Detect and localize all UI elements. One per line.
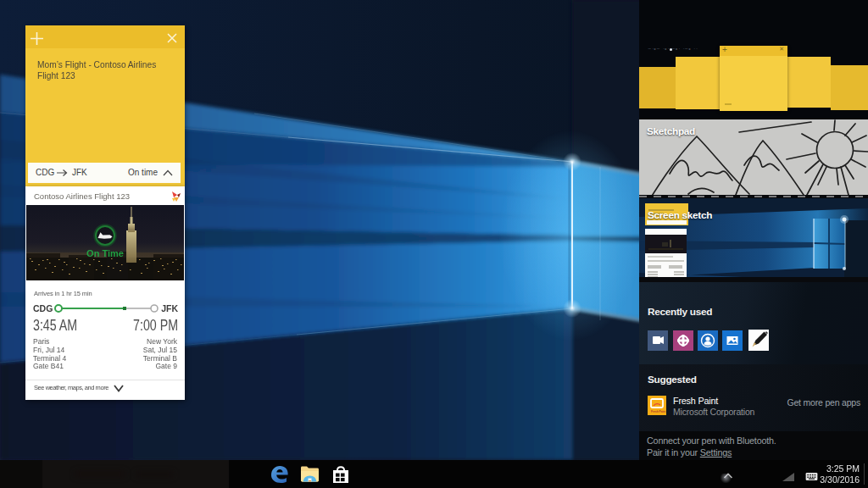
svg-text:CDG: CDG bbox=[33, 303, 53, 313]
svg-text:On Time: On Time bbox=[86, 248, 124, 258]
svg-text:Fresh Paint: Fresh Paint bbox=[651, 410, 666, 413]
svg-text:JFK: JFK bbox=[161, 303, 178, 313]
